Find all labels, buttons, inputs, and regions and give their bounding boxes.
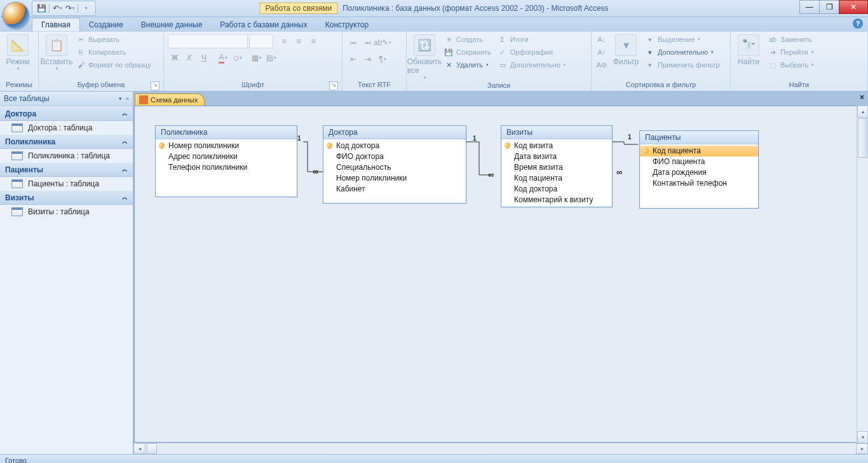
table-field[interactable]: Адрес поликлиники [156, 151, 297, 162]
filter-button[interactable]: ▾Фильтр [611, 33, 641, 67]
font-size-combo[interactable] [249, 34, 273, 48]
nav-item-doctors-table[interactable]: Доктора : таблица [0, 121, 133, 134]
fill-color-button[interactable]: ◇▾ [231, 51, 245, 65]
table-field[interactable]: Дата визита [501, 151, 612, 162]
nav-pane-header[interactable]: Все таблицы ▾« [0, 92, 133, 106]
table-field[interactable]: Код пациента [640, 146, 758, 156]
table-box-patients[interactable]: Пациенты Код пациента ФИО пациента Дата … [639, 130, 759, 209]
new-record-button[interactable]: ✳Создать [441, 33, 494, 46]
bold-button[interactable]: Ж [168, 51, 182, 65]
table-field[interactable]: ФИО пациента [640, 156, 758, 167]
sort-asc-button[interactable]: A↓ [594, 33, 609, 46]
align-left-button[interactable]: ≡ [277, 34, 291, 48]
save-record-button[interactable]: 💾Сохранить [441, 46, 494, 59]
doc-tab-relationships[interactable]: Схема данных [135, 93, 205, 106]
doc-tab-close-icon[interactable]: × [860, 93, 864, 102]
font-family-combo[interactable] [168, 34, 248, 48]
table-field[interactable]: ФИО доктора [323, 151, 466, 162]
tab-external[interactable]: Внешние данные [132, 18, 212, 31]
more-records-button[interactable]: ▭Дополнительно▾ [495, 59, 569, 71]
close-button[interactable]: ✕ [839, 0, 868, 14]
italic-button[interactable]: К [182, 51, 196, 65]
office-button[interactable] [3, 2, 29, 29]
table-field[interactable]: Код доктора [323, 141, 466, 151]
minimize-button[interactable]: — [799, 0, 820, 14]
scroll-down-icon[interactable]: ▾ [857, 431, 868, 443]
qat-customize-icon[interactable]: ▾ [81, 3, 92, 13]
advanced-filter-button[interactable]: ▾Дополнительно▾ [642, 46, 722, 59]
font-color-button[interactable]: A▾ [216, 51, 230, 65]
align-right-button[interactable]: ≡ [306, 34, 320, 48]
refresh-all-button[interactable]: 🔃Обновить все▾ [409, 33, 440, 81]
vertical-scrollbar[interactable]: ▴ ▾ [857, 106, 868, 443]
table-header[interactable]: Пациенты [640, 131, 758, 144]
underline-button[interactable]: Ч [197, 51, 211, 65]
nav-item-clinic-table[interactable]: Поликлиника : таблица [0, 149, 133, 162]
table-header[interactable]: Визиты [501, 126, 612, 139]
nav-group-doctors[interactable]: Доктора︽ [0, 106, 133, 121]
tab-database[interactable]: Работа с базами данных [211, 18, 316, 31]
tab-home[interactable]: Главная [32, 18, 80, 31]
tab-design[interactable]: Конструктор [316, 18, 377, 31]
table-header[interactable]: Доктора [323, 126, 466, 139]
toggle-filter-button[interactable]: ▾Применить фильтр [642, 59, 722, 71]
nav-group-patients[interactable]: Пациенты︽ [0, 162, 133, 177]
table-box-clinic[interactable]: Поликлиника Номер поликлиники Адрес поли… [155, 125, 297, 197]
select-button[interactable]: ⬚Выбрать▾ [765, 59, 817, 71]
relationships-canvas[interactable]: 1 ∞ 1 ∞ 1 ∞ Поликлиника Номер поликлиник… [134, 106, 867, 443]
nav-item-patients-table[interactable]: Пациенты : таблица [0, 177, 133, 190]
replace-button[interactable]: abЗаменить [765, 33, 817, 46]
paste-button[interactable]: 📋Вставить▾ [41, 33, 72, 73]
table-box-visits[interactable]: Визиты Код визита Дата визита Время визи… [501, 125, 613, 207]
table-field[interactable]: Телефон поликлиники [156, 162, 297, 173]
table-field[interactable]: Номер поликлиники [156, 141, 297, 151]
redo-icon[interactable]: ↷▾ [65, 3, 75, 13]
goto-button[interactable]: ➔Перейти▾ [765, 46, 817, 59]
list-numbers-button[interactable]: ≕ [361, 36, 375, 50]
nav-group-visits[interactable]: Визиты︽ [0, 190, 133, 205]
collapse-pane-icon[interactable]: « [126, 95, 129, 102]
nav-item-visits-table[interactable]: Визиты : таблица [0, 205, 133, 218]
tab-create[interactable]: Создание [80, 18, 132, 31]
table-field[interactable]: Время визита [501, 162, 612, 173]
dialog-launcher-icon[interactable]: ↘ [151, 81, 159, 90]
sort-desc-button[interactable]: A↑ [594, 46, 609, 59]
table-field[interactable]: Комментарий к визиту [501, 195, 612, 205]
align-center-button[interactable]: ≡ [292, 34, 306, 48]
table-field[interactable]: Дата рождения [640, 167, 758, 178]
gridlines-button[interactable]: ▦▾ [250, 51, 264, 65]
copy-button[interactable]: ⎘Копировать [73, 46, 154, 59]
nav-group-clinic[interactable]: Поликлиника︽ [0, 134, 133, 149]
totals-button[interactable]: ΣИтоги [495, 33, 569, 46]
scroll-up-icon[interactable]: ▴ [857, 106, 868, 118]
table-header[interactable]: Поликлиника [156, 126, 297, 139]
table-field[interactable]: Код доктора [501, 184, 612, 195]
list-bullets-button[interactable]: ≔ [346, 36, 360, 50]
table-field[interactable]: Код визита [501, 141, 612, 151]
scroll-thumb[interactable] [858, 118, 867, 158]
view-mode-button[interactable]: 📐Режим▾ [3, 33, 33, 73]
text-direction-button[interactable]: ¶▾ [376, 52, 390, 66]
maximize-button[interactable]: ❐ [819, 0, 839, 14]
horizontal-scrollbar[interactable]: ◂ ▸ [133, 443, 868, 454]
indent-increase-button[interactable]: ⇥ [361, 52, 375, 66]
table-field[interactable]: Номер поликлиники [323, 173, 466, 184]
table-field[interactable]: Специальность [323, 162, 466, 173]
format-painter-button[interactable]: 🖌Формат по образцу [73, 59, 154, 71]
highlight-button[interactable]: ab✎▾ [376, 36, 390, 50]
chevron-down-icon[interactable]: ▾ [119, 95, 122, 102]
scroll-left-icon[interactable]: ◂ [133, 443, 146, 454]
help-button[interactable]: ? [853, 18, 863, 29]
table-box-doctors[interactable]: Доктора Код доктора ФИО доктора Специаль… [323, 125, 466, 204]
delete-record-button[interactable]: ✕Удалить▾ [441, 59, 494, 71]
spelling-button[interactable]: ✓Орфография [495, 46, 569, 59]
selection-filter-button[interactable]: ▾Выделение▾ [642, 33, 722, 46]
scroll-thumb[interactable] [147, 443, 157, 454]
table-field[interactable]: Кабинет [323, 184, 466, 195]
indent-decrease-button[interactable]: ⇤ [346, 52, 360, 66]
cut-button[interactable]: ✂Вырезать [73, 33, 154, 46]
dialog-launcher-icon[interactable]: ↘ [329, 81, 338, 90]
table-field[interactable]: Контактный телефон [640, 178, 758, 189]
save-icon[interactable]: 💾 [36, 3, 46, 13]
undo-icon[interactable]: ↶▾ [52, 3, 62, 13]
